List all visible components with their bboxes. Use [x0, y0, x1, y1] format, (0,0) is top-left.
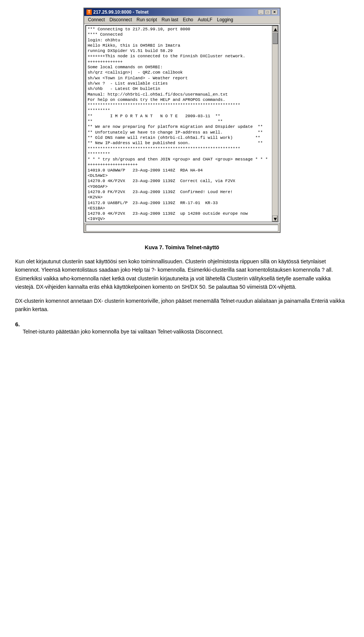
menubar: Connect Disconnect Run script Run last E…: [84, 16, 280, 24]
terminal-output: *** Connecting to 217.25.99.10, port 800…: [86, 26, 278, 222]
titlebar-controls: _ □ ✕: [258, 9, 278, 15]
menu-autolf[interactable]: AutoLF: [196, 17, 215, 23]
menu-run-script[interactable]: Run script: [134, 17, 159, 23]
section-6-text: Telnet-istunto päätetään joko komennolla…: [23, 327, 349, 336]
app-icon: T: [86, 9, 92, 15]
menu-logging[interactable]: Logging: [215, 17, 235, 23]
menu-echo[interactable]: Echo: [180, 17, 195, 23]
menu-run-last[interactable]: Run last: [159, 17, 180, 23]
paragraph-1: Kun olet kirjautunut clusteriin saat käy…: [15, 257, 349, 291]
close-button[interactable]: ✕: [271, 9, 278, 15]
titlebar: T 217.25.99.10:8000 - Telnet _ □ ✕: [84, 8, 280, 16]
section-number: 6.: [15, 321, 20, 327]
section-6: 6. Telnet-istunto päätetään joko komenno…: [15, 321, 349, 336]
menu-connect[interactable]: Connect: [86, 17, 107, 23]
menu-disconnect[interactable]: Disconnect: [107, 17, 134, 23]
scroll-down-button[interactable]: ▼: [272, 215, 278, 222]
titlebar-left: T 217.25.99.10:8000 - Telnet: [86, 9, 149, 15]
page-container: T 217.25.99.10:8000 - Telnet _ □ ✕ Conne…: [0, 0, 364, 364]
minimize-button[interactable]: _: [258, 9, 264, 15]
scroll-thumb[interactable]: [273, 33, 278, 44]
paragraph-2: DX-clusterin komennot annetaan DX- clust…: [15, 297, 349, 314]
input-bar: [84, 223, 280, 232]
telnet-window: T 217.25.99.10:8000 - Telnet _ □ ✕ Conne…: [83, 8, 281, 233]
figure-caption: Kuva 7. Toimiva Telnet-näyttö: [15, 244, 349, 250]
terminal-text: *** Connecting to 217.25.99.10, port 800…: [88, 27, 270, 222]
command-input[interactable]: [86, 225, 278, 231]
scroll-up-button[interactable]: ▲: [273, 26, 278, 32]
window-title: 217.25.99.10:8000 - Telnet: [93, 9, 149, 15]
scrollbar[interactable]: ▲ ▼: [272, 26, 278, 222]
maximize-button[interactable]: □: [265, 9, 271, 15]
